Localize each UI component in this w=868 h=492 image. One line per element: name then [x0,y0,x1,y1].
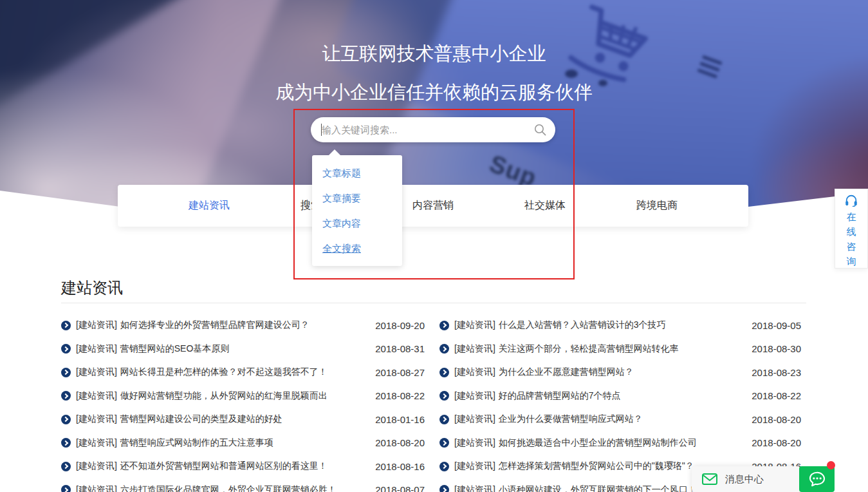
dropdown-item-4[interactable]: 全文搜索 [312,236,402,261]
arrow-circle-icon [61,368,71,377]
dropdown-item-1[interactable]: 文章标题 [312,160,402,185]
article-row[interactable]: [建站资讯]做好网站营销型功能，从外贸网站的红海里脱颖而出2018-08-22 [61,384,425,408]
article-row[interactable]: [建站资讯]六步打造国际化品牌官网，外贸企业互联网营销必胜！2018-08-07 [61,478,425,492]
article-title-text: 如何选择专业的外贸营销型品牌官网建设公司？ [120,319,309,330]
dropdown-item-3[interactable]: 文章内容 [312,211,402,236]
article-title-text: 还不知道外贸营销型网站和普通网站区别的看这里！ [120,460,328,471]
article-title-text: 六步打造国际化品牌官网，外贸企业互联网营销必胜！ [120,484,337,492]
arrow-circle-icon [439,485,449,492]
online-consult-widget[interactable]: 在线咨询 [835,189,868,269]
arrow-circle-icon [439,415,449,424]
arrow-circle-icon [61,415,71,424]
article-title[interactable]: [建站资讯]做好网站营销型功能，从外贸网站的红海里脱颖而出 [76,390,328,402]
arrow-circle-icon [439,321,449,330]
article-title-text: 好的品牌营销型网站的7个特点 [499,390,621,401]
envelope-icon [702,473,717,485]
nav-tab-5[interactable]: 跨境电商 [636,199,678,213]
article-row[interactable]: [建站资讯]如何挑选最适合中小型企业的营销型网站制作公司2018-08-20 [439,431,801,455]
category-nav: 建站资讯搜索营销内容营销社交媒体跨境电商 [118,185,748,227]
article-date: 2018-08-20 [745,414,801,425]
article-title[interactable]: [建站资讯]小语种网站建设，外贸互联网营销的下一个风口！ [454,484,697,492]
hero-title-line2: 成为中小企业信任并依赖的云服务伙伴 [0,80,868,106]
article-row[interactable]: [建站资讯]企业为什么要做营销型响应式网站？2018-08-20 [439,408,801,431]
arrow-circle-icon [439,344,449,354]
search-icon[interactable] [533,123,547,137]
article-date: 2018-08-23 [745,367,801,378]
page: Sup 让互联网技术普惠中小企业 成为中小企业信任并依赖的云服务伙伴 文章标题文… [0,0,868,492]
article-title[interactable]: [建站资讯]如何挑选最适合中小型企业的营销型网站制作公司 [454,437,697,449]
article-title-text: 做好网站营销型功能，从外贸网站的红海里脱颖而出 [120,390,328,401]
text-caret [321,124,322,136]
article-title-text: 为什么企业不愿意建营销型网站？ [499,366,634,377]
chat-button[interactable] [799,466,835,492]
article-title[interactable]: [建站资讯]什么是入站营销？入站营销设计的3个技巧 [454,319,666,331]
article-title[interactable]: [建站资讯]营销型网站的SEO基本原则 [76,343,229,355]
article-title[interactable]: [建站资讯]六步打造国际化品牌官网，外贸企业互联网营销必胜！ [76,484,337,492]
article-title[interactable]: [建站资讯]企业为什么要做营销型响应式网站？ [454,413,643,425]
article-column-left: [建站资讯]如何选择专业的外贸营销型品牌官网建设公司？2018-09-20[建站… [61,314,425,492]
article-title-text: 小语种网站建设，外贸互联网营销的下一个风口！ [499,484,697,492]
article-date: 2018-01-16 [369,414,425,425]
arrow-circle-icon [61,344,71,354]
article-row[interactable]: [建站资讯]关注这两个部分，轻松提高营销型网站转化率2018-08-30 [439,337,801,361]
article-title[interactable]: [建站资讯]营销型网站建设公司的类型及建站的好处 [76,413,282,425]
hero-title-line1: 让互联网技术普惠中小企业 [0,41,868,67]
search-type-dropdown: 文章标题文章摘要文章内容全文搜索 [312,155,402,266]
article-category-tag: [建站资讯] [76,343,117,354]
arrow-circle-icon [61,462,71,471]
article-date: 2018-08-16 [369,461,425,472]
article-row[interactable]: [建站资讯]营销型网站的SEO基本原则2018-08-31 [61,337,425,361]
notification-dot [827,461,835,469]
article-row[interactable]: [建站资讯]好的品牌营销型网站的7个特点2018-08-22 [439,384,801,408]
article-title-text: 企业为什么要做营销型响应式网站？ [499,413,643,424]
arrow-circle-icon [439,368,449,377]
article-date: 2018-09-05 [745,320,801,331]
arrow-circle-icon [61,321,71,330]
arrow-circle-icon [439,438,449,448]
article-category-tag: [建站资讯] [76,366,117,377]
section-title: 建站资讯 [61,278,123,298]
nav-tab-3[interactable]: 内容营销 [412,199,454,213]
article-title-text: 营销型网站的SEO基本原则 [120,343,230,354]
article-category-tag: [建站资讯] [454,319,495,330]
article-row[interactable]: [建站资讯]营销型网站建设公司的类型及建站的好处2018-01-16 [61,408,425,431]
arrow-circle-icon [439,391,449,401]
message-center-bar[interactable]: 消息中心 [692,466,799,492]
article-category-tag: [建站资讯] [454,484,495,492]
article-category-tag: [建站资讯] [454,460,495,471]
article-category-tag: [建站资讯] [454,437,495,448]
article-category-tag: [建站资讯] [76,437,117,448]
article-date: 2018-09-20 [369,320,425,331]
article-title[interactable]: [建站资讯]好的品牌营销型网站的7个特点 [454,390,621,402]
article-title[interactable]: [建站资讯]还不知道外贸营销型网站和普通网站区别的看这里！ [76,460,328,472]
article-row[interactable]: [建站资讯]什么是入站营销？入站营销设计的3个技巧2018-09-05 [439,314,801,337]
article-title[interactable]: [建站资讯]营销型响应式网站制作的五大注意事项 [76,437,273,449]
article-title-text: 什么是入站营销？入站营销设计的3个技巧 [499,319,666,330]
article-title[interactable]: [建站资讯]如何选择专业的外贸营销型品牌官网建设公司？ [76,319,309,331]
search-input[interactable] [311,117,555,142]
article-title[interactable]: [建站资讯]为什么企业不愿意建营销型网站？ [454,366,634,378]
article-row[interactable]: [建站资讯]还不知道外贸营销型网站和普通网站区别的看这里！2018-08-16 [61,455,425,478]
article-date: 2018-08-20 [745,437,801,448]
article-date: 2018-08-07 [369,484,425,492]
online-consult-label: 在线咨询 [835,209,867,269]
article-row[interactable]: [建站资讯]如何选择专业的外贸营销型品牌官网建设公司？2018-09-20 [61,314,425,337]
article-row[interactable]: [建站资讯]网站长得丑是种怎样的体验？对不起这题我答不了！2018-08-27 [61,361,425,384]
article-title[interactable]: [建站资讯]关注这两个部分，轻松提高营销型网站转化率 [454,343,679,355]
dropdown-item-2[interactable]: 文章摘要 [312,185,402,211]
article-row[interactable]: [建站资讯]为什么企业不愿意建营销型网站？2018-08-23 [439,361,801,384]
article-category-tag: [建站资讯] [76,460,117,471]
arrow-circle-icon [439,462,449,471]
article-title[interactable]: [建站资讯]网站长得丑是种怎样的体验？对不起这题我答不了！ [76,366,328,378]
article-row[interactable]: [建站资讯]营销型响应式网站制作的五大注意事项2018-08-20 [61,431,425,455]
nav-tab-4[interactable]: 社交媒体 [524,199,566,213]
article-category-tag: [建站资讯] [454,413,495,424]
article-title[interactable]: [建站资讯]怎样选择策划营销型外贸网站公司中的"魏璎珞"？ [454,460,694,472]
article-category-tag: [建站资讯] [76,413,117,424]
article-category-tag: [建站资讯] [454,343,495,354]
message-center-label: 消息中心 [725,473,764,486]
headset-icon [844,194,858,207]
search-box [311,117,555,142]
divider [61,303,806,303]
nav-tab-1[interactable]: 建站资讯 [189,199,230,213]
